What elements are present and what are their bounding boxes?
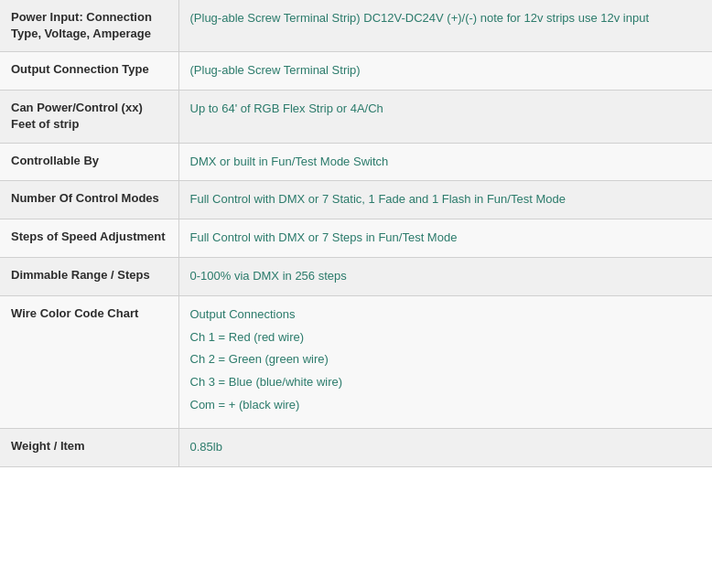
row-value: 0.85lb: [178, 428, 712, 466]
table-row: Wire Color Code ChartOutput ConnectionsC…: [0, 295, 712, 428]
row-value: Full Control with DMX or 7 Steps in Fun/…: [178, 219, 712, 258]
row-label: Number Of Control Modes: [0, 181, 178, 219]
row-label: Wire Color Code Chart: [0, 295, 178, 428]
row-label: Can Power/Control (xx) Feet of strip: [0, 91, 178, 143]
row-value: (Plug-able Screw Terminal Strip) DC12V-D…: [178, 0, 712, 52]
row-value: DMX or built in Fun/Test Mode Switch: [178, 143, 712, 181]
table-row: Can Power/Control (xx) Feet of stripUp t…: [0, 91, 712, 143]
table-row: Output Connection Type(Plug-able Screw T…: [0, 52, 712, 91]
row-value: (Plug-able Screw Terminal Strip): [178, 52, 712, 91]
row-label: Weight / Item: [0, 428, 178, 466]
wire-line: Ch 2 = Green (green wire): [190, 350, 702, 369]
wire-line: Output Connections: [190, 305, 702, 325]
row-value: Up to 64' of RGB Flex Strip or 4A/Ch: [178, 91, 712, 143]
row-label: Controllable By: [0, 143, 178, 181]
wire-line: Ch 1 = Red (red wire): [190, 328, 702, 347]
row-label: Output Connection Type: [0, 52, 178, 91]
table-row: Weight / Item0.85lb: [0, 428, 712, 466]
table-row: Controllable ByDMX or built in Fun/Test …: [0, 143, 712, 181]
table-row: Power Input: Connection Type, Voltage, A…: [0, 0, 712, 52]
row-value: Full Control with DMX or 7 Static, 1 Fad…: [178, 181, 712, 219]
row-label: Power Input: Connection Type, Voltage, A…: [0, 0, 178, 52]
row-label: Steps of Speed Adjustment: [0, 219, 178, 258]
row-label: Dimmable Range / Steps: [0, 257, 178, 295]
table-row: Steps of Speed AdjustmentFull Control wi…: [0, 219, 712, 258]
row-value: Output ConnectionsCh 1 = Red (red wire)C…: [178, 295, 712, 428]
row-value: 0-100% via DMX in 256 steps: [178, 257, 712, 295]
specs-table: Power Input: Connection Type, Voltage, A…: [0, 0, 712, 467]
wire-line: Com = + (black wire): [190, 396, 702, 415]
table-row: Number Of Control ModesFull Control with…: [0, 181, 712, 219]
wire-line: Ch 3 = Blue (blue/white wire): [190, 373, 702, 392]
table-row: Dimmable Range / Steps0-100% via DMX in …: [0, 257, 712, 295]
